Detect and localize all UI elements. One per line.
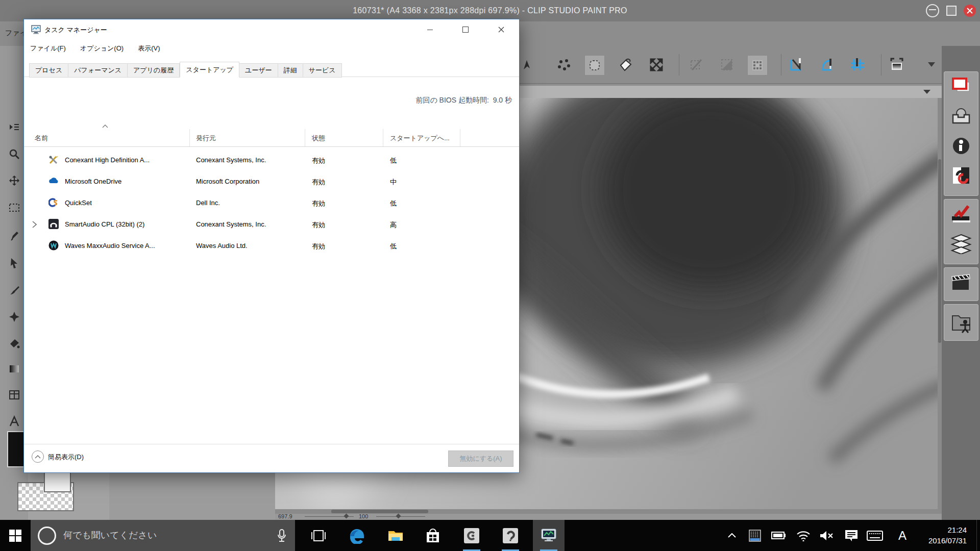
- cortana-icon: [38, 527, 56, 545]
- column-publisher[interactable]: 発行元: [196, 134, 216, 143]
- column-impact[interactable]: スタートアップへ...: [390, 134, 450, 143]
- snap-to-special-ruler-icon[interactable]: [717, 55, 737, 74]
- tray-show-hidden-button[interactable]: [725, 520, 739, 551]
- tm-close-button[interactable]: [483, 19, 519, 40]
- clapperboard-icon[interactable]: [944, 268, 978, 297]
- selection-tool-icon[interactable]: [5, 198, 23, 217]
- operation-tool-icon[interactable]: [5, 254, 23, 272]
- brush-tool-icon[interactable]: [5, 281, 23, 299]
- ruler-icon[interactable]: [787, 55, 806, 74]
- select-area-icon[interactable]: [584, 55, 605, 76]
- zoom-tool-icon[interactable]: [5, 145, 23, 163]
- canvas-h-scrollbar-handle[interactable]: [331, 510, 428, 513]
- startup-row-waves[interactable]: Waves MaxxAudio Service A... Waves Audio…: [24, 235, 519, 257]
- pose-material-icon[interactable]: [944, 305, 978, 339]
- tab-performance[interactable]: パフォーマンス: [68, 63, 128, 78]
- info-icon[interactable]: [944, 131, 978, 161]
- tab-details[interactable]: 詳細: [278, 63, 303, 78]
- snap-to-grid-icon[interactable]: [747, 55, 768, 76]
- task-manager-title-bar[interactable]: タスク マネージャー: [24, 19, 519, 40]
- clip-studio-paint-button[interactable]: [495, 520, 526, 551]
- task-manager-tabs: プロセス パフォーマンス アプリの履歴 スタートアップ ユーザー 詳細 サービス: [29, 63, 342, 78]
- search-input[interactable]: [62, 530, 277, 541]
- zoom-slider[interactable]: [305, 516, 354, 517]
- ime-mode-indicator[interactable]: A: [893, 520, 912, 551]
- microphone-icon[interactable]: [277, 529, 287, 543]
- startup-row-smartaudio[interactable]: SmartAudio CPL (32bit) (2) Conexant Syst…: [24, 214, 519, 235]
- wifi-icon[interactable]: [794, 520, 813, 551]
- menu-options[interactable]: オプション(O): [80, 44, 124, 53]
- menu-file[interactable]: ファイル(F): [30, 44, 66, 53]
- store-icon: [425, 528, 440, 543]
- pen-tool-icon[interactable]: [5, 227, 23, 245]
- text-tool-icon[interactable]: [5, 412, 23, 431]
- tm-minimize-button[interactable]: [412, 19, 448, 40]
- column-name[interactable]: 名前: [35, 134, 48, 143]
- edge-button[interactable]: [341, 520, 373, 551]
- fewer-details-toggle[interactable]: [32, 450, 44, 463]
- canvas-navigator-icon[interactable]: [944, 72, 978, 102]
- taskbar-clock[interactable]: 21:24 2016/07/31: [928, 524, 967, 546]
- palette-menu-icon[interactable]: [5, 118, 23, 137]
- sync-icon[interactable]: [944, 161, 978, 190]
- battery-icon[interactable]: [770, 520, 787, 551]
- move-tool-icon[interactable]: [519, 55, 538, 74]
- csp-maximize-button[interactable]: [946, 6, 957, 16]
- layers-icon[interactable]: [944, 229, 978, 259]
- startup-row-conexant[interactable]: Conexant High Definition A... Conexant S…: [24, 149, 519, 171]
- fewer-details-label[interactable]: 簡易表示(D): [48, 453, 84, 462]
- decoration-tool-icon[interactable]: [5, 308, 23, 326]
- gradient-tool-icon[interactable]: [5, 360, 23, 378]
- column-status[interactable]: 状態: [312, 134, 325, 143]
- clip-studio-button[interactable]: [456, 520, 487, 551]
- startup-row-quickset[interactable]: QuickSet Dell Inc. 有効 低: [24, 192, 519, 214]
- toolbar-overflow-chevron-icon[interactable]: [928, 62, 935, 67]
- task-view-button[interactable]: [303, 520, 334, 551]
- close-icon: [498, 27, 504, 33]
- frame-tool-icon[interactable]: [5, 386, 23, 404]
- material-panel-icon[interactable]: [887, 55, 906, 74]
- rotate-slider[interactable]: [376, 516, 425, 517]
- import-tray-icon[interactable]: [944, 102, 978, 131]
- task-manager-window: タスク マネージャー ファイル(F) オプション(O) 表示(V) プロセス パ…: [23, 19, 520, 473]
- cortana-search-bar[interactable]: [31, 520, 295, 551]
- canvas-v-scrollbar[interactable]: [938, 98, 942, 509]
- menu-view[interactable]: 表示(V): [138, 44, 160, 53]
- tab-users[interactable]: ユーザー: [239, 63, 278, 78]
- store-button[interactable]: [417, 520, 449, 551]
- sub-color-swatch[interactable]: [44, 472, 71, 492]
- show-desktop-button[interactable]: [976, 520, 980, 551]
- tab-startup[interactable]: スタートアップ: [180, 62, 239, 78]
- file-explorer-button[interactable]: [380, 520, 411, 551]
- action-center-icon[interactable]: [842, 520, 861, 551]
- task-manager-app-icon: [31, 25, 41, 34]
- pan-tool-icon[interactable]: [5, 171, 23, 190]
- disable-button[interactable]: 無効にする(A): [448, 450, 513, 467]
- symmetry-ruler-icon[interactable]: [848, 55, 867, 74]
- startup-row-onedrive[interactable]: Microsoft OneDrive Microsoft Corporation…: [24, 171, 519, 192]
- airbrush-icon[interactable]: [554, 55, 574, 74]
- tab-app-history[interactable]: アプリの履歴: [128, 63, 180, 78]
- csp-minimize-button[interactable]: [926, 4, 939, 17]
- start-button[interactable]: [0, 520, 31, 551]
- canvas-v-scrollbar-handle[interactable]: [938, 159, 941, 343]
- screen: 160731* (A4 3368 x 2381px 288dpi 697.9%)…: [0, 0, 980, 551]
- tm-maximize-button[interactable]: [448, 19, 483, 40]
- snap-to-ruler-icon[interactable]: [687, 55, 706, 74]
- touch-keyboard-icon[interactable]: [865, 520, 885, 551]
- volume-muted-icon[interactable]: [818, 520, 835, 551]
- tab-services[interactable]: サービス: [303, 63, 342, 78]
- csp-close-button[interactable]: [964, 5, 976, 17]
- canvas-h-scrollbar[interactable]: [275, 509, 942, 514]
- expand-chevron-icon[interactable]: [32, 221, 37, 228]
- tray-app-window-icon[interactable]: [746, 520, 764, 551]
- fill-tool-icon[interactable]: [5, 334, 23, 353]
- task-manager-taskbar-button[interactable]: [533, 520, 565, 551]
- transform-icon[interactable]: [647, 55, 666, 74]
- curve-ruler-icon[interactable]: [818, 55, 838, 74]
- canvas-menu-chevron-icon[interactable]: [923, 90, 930, 94]
- clock-time: 21:24: [928, 524, 967, 535]
- fill-icon[interactable]: [616, 55, 635, 74]
- tab-processes[interactable]: プロセス: [29, 63, 68, 78]
- quick-check-icon[interactable]: [944, 199, 978, 229]
